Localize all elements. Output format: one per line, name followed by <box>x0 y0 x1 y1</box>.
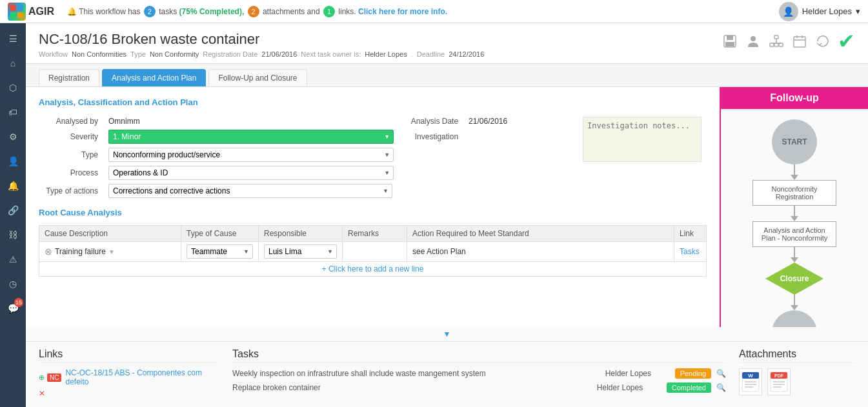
action-required-text: see Action Plan <box>412 247 466 256</box>
remove-link-icon: ✕ <box>39 389 45 398</box>
task-search-1[interactable]: 🔍 <box>716 369 726 378</box>
attachment-pdf[interactable]: PDF <box>767 368 791 395</box>
user-icon[interactable]: 👤 <box>3 151 23 172</box>
task-status-pending: Pending <box>675 368 711 379</box>
form-section-title: Analysis, Classification and Action Plan <box>39 97 707 107</box>
analysed-by-label: Analysed by <box>39 115 103 128</box>
severity-select[interactable]: 1. Minor <box>108 130 394 144</box>
attachments-title: Attachments <box>739 348 855 363</box>
tabs-bar: Registration Analysis and Action Plan Fo… <box>26 64 868 87</box>
network-icon[interactable]: ⬡ <box>3 77 23 98</box>
user-name: Helder Lopes <box>802 6 852 16</box>
col-responsible: Responsible <box>259 226 343 242</box>
wf-closure-diamond: Closure <box>765 263 823 295</box>
tab-followup[interactable]: Follow-Up and Closure <box>208 69 307 86</box>
wf-arrow-4 <box>791 305 798 310</box>
tab-analysis[interactable]: Analysis and Action Plan <box>102 69 206 86</box>
settings-icon[interactable]: ⚙ <box>3 126 23 147</box>
notification-bar: 🔔 This workflow has 2 tasks (75% Complet… <box>67 6 779 17</box>
wf-analysis-rect: Analysis and Action Plan - Nonconformity <box>752 221 836 247</box>
analysed-by-value: Omnimm <box>103 115 399 128</box>
app-logo[interactable]: AGIR <box>8 3 54 21</box>
tasks-label: tasks <box>159 7 177 16</box>
clock-icon[interactable]: ◷ <box>3 273 23 294</box>
link-text[interactable]: NC-OC-18/15 ABS - Componentes com defeit… <box>65 368 219 386</box>
type-field-label: Type <box>39 146 103 164</box>
attachment-word[interactable]: W <box>739 368 762 395</box>
process-label: Process <box>39 164 103 182</box>
type-value: Non Conformity <box>150 50 199 58</box>
complete-icon[interactable]: ✔ <box>837 32 855 50</box>
chat-badge-count: 15 <box>14 298 23 307</box>
workflow-panel: Follow-up START Nonconformity Registrati… <box>720 87 868 327</box>
wf-connector-2 <box>794 206 795 216</box>
add-row-btn[interactable]: + Click here to add a new line <box>39 262 707 277</box>
tag-icon[interactable]: 🏷 <box>3 102 23 123</box>
form-area: Analysis, Classification and Action Plan… <box>26 87 720 327</box>
svg-rect-2 <box>10 12 16 18</box>
wf-connector-4 <box>794 295 795 305</box>
svg-rect-8 <box>774 35 778 39</box>
page-header: NC-108/16 Broken waste container Workflo… <box>26 23 868 64</box>
user-menu[interactable]: 👤 Helder Lopes ▾ <box>779 2 860 21</box>
svg-text:PDF: PDF <box>774 373 784 378</box>
tab-registration[interactable]: Registration <box>39 69 99 86</box>
link-item[interactable]: ⊕ NC NC-OC-18/15 ABS - Componentes com d… <box>39 368 219 386</box>
type-select[interactable]: Nonconforming product/service <box>108 148 394 162</box>
remove-cause-btn[interactable]: ⊗ <box>45 246 52 257</box>
severity-select-wrapper: 1. Minor <box>108 130 394 144</box>
action-required-cell: see Action Plan <box>407 242 674 262</box>
deadline-label: Deadline <box>417 50 445 58</box>
col-link: Link <box>674 226 707 242</box>
wf-arrow-3 <box>791 257 798 263</box>
type-label: Type <box>130 50 146 58</box>
type-of-cause-wrapper: Teammate <box>187 244 253 259</box>
type-of-cause-select[interactable]: Teammate <box>187 244 253 259</box>
save-icon[interactable] <box>721 32 739 50</box>
process-select[interactable]: Operations & ID <box>108 166 394 180</box>
link-cell[interactable]: Tasks <box>674 242 707 262</box>
task-search-2[interactable]: 🔍 <box>716 383 726 392</box>
next-task-label: Next task owner is: <box>301 50 361 58</box>
type-actions-label: Type of actions <box>39 182 103 200</box>
task-desc-1: Weekly inspection on infrastruture shall… <box>232 369 600 378</box>
bell-icon[interactable]: 🔔 <box>3 175 23 196</box>
type-of-cause-cell: Teammate <box>181 242 259 262</box>
page-meta: Workflow Non Conformities Type Non Confo… <box>39 50 855 58</box>
wf-nc-reg-rect: Nonconformity Registration <box>752 180 836 206</box>
attachments-section: Attachments W <box>739 348 855 401</box>
person-icon[interactable] <box>744 32 762 50</box>
notif-cta[interactable]: Click here for more info. <box>358 7 447 16</box>
svg-rect-5 <box>727 35 733 40</box>
links-badge: 1 <box>323 6 335 17</box>
svg-rect-0 <box>10 5 16 11</box>
wf-connector-1 <box>794 164 795 175</box>
refresh-icon[interactable] <box>814 32 832 50</box>
chat-icon[interactable]: 💬 15 <box>3 298 23 319</box>
links-section: Links ⊕ NC NC-OC-18/15 ABS - Componentes… <box>39 348 219 401</box>
warning-icon[interactable]: ⚠ <box>3 249 23 270</box>
org-icon[interactable] <box>767 32 785 50</box>
remove-link[interactable]: ✕ <box>39 389 219 398</box>
tasks-pct: (75% Completed), <box>179 7 245 16</box>
task-desc-2: Replace broken container <box>232 383 592 392</box>
deadline-value: 24/12/2016 <box>449 50 484 58</box>
menu-icon[interactable]: ☰ <box>3 28 23 49</box>
workflow-label: Workflow <box>39 50 68 58</box>
svg-rect-6 <box>725 42 734 46</box>
home-icon[interactable]: ⌂ <box>3 53 23 74</box>
scroll-indicator[interactable]: ▼ <box>26 327 868 341</box>
link2-icon[interactable]: 🔗 <box>3 200 23 221</box>
root-cause-table: Cause Description Type of Cause Responsi… <box>39 225 707 277</box>
investigation-textarea[interactable] <box>583 117 701 162</box>
app-name: AGIR <box>28 6 54 17</box>
next-task-owner: Helder Lopes <box>365 50 407 58</box>
type-actions-select[interactable]: Corrections and corrective actions <box>108 184 392 198</box>
svg-text:W: W <box>748 373 753 379</box>
tasks-section: Tasks Weekly inspection on infrastruture… <box>232 348 726 401</box>
add-row[interactable]: + Click here to add a new line <box>39 262 707 277</box>
calendar-icon[interactable] <box>791 32 809 50</box>
responsible-select[interactable]: Luis Lima <box>264 244 337 259</box>
task-owner-2: Helder Lopes <box>597 383 661 392</box>
chain-icon[interactable]: ⛓ <box>3 224 23 245</box>
